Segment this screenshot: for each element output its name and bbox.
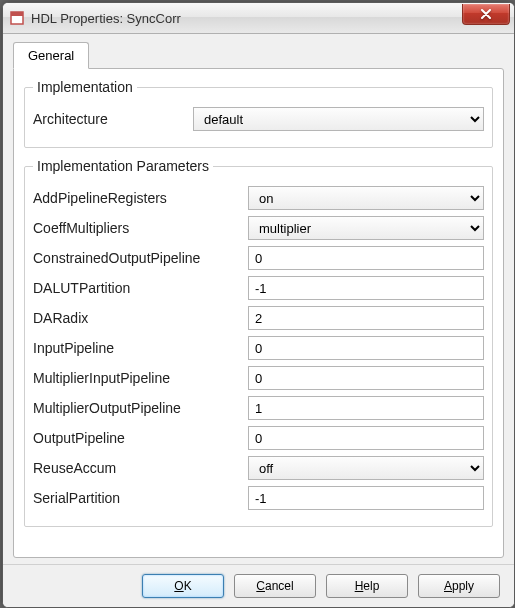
close-icon xyxy=(480,9,492,19)
input-pipeline-input[interactable] xyxy=(248,336,484,360)
svg-rect-1 xyxy=(11,12,23,16)
daradix-label: DARadix xyxy=(33,310,248,326)
output-pipeline-input[interactable] xyxy=(248,426,484,450)
tab-panel-general: Implementation Architecture default Impl… xyxy=(13,68,504,558)
close-button[interactable] xyxy=(462,4,510,25)
constrained-output-pipeline-label: ConstrainedOutputPipeline xyxy=(33,250,248,266)
app-icon xyxy=(9,10,25,26)
cancel-button[interactable]: Cancel xyxy=(234,574,316,598)
add-pipeline-registers-select[interactable]: on xyxy=(248,186,484,210)
daradix-input[interactable] xyxy=(248,306,484,330)
architecture-label: Architecture xyxy=(33,111,193,127)
group-implementation-legend: Implementation xyxy=(33,79,137,95)
architecture-select[interactable]: default xyxy=(193,107,484,131)
tab-general[interactable]: General xyxy=(13,42,89,69)
coeff-multipliers-label: CoeffMultipliers xyxy=(33,220,248,236)
reuse-accum-label: ReuseAccum xyxy=(33,460,248,476)
tab-strip: General xyxy=(13,42,504,69)
input-pipeline-label: InputPipeline xyxy=(33,340,248,356)
multiplier-input-pipeline-label: MultiplierInputPipeline xyxy=(33,370,248,386)
group-implementation-parameters: Implementation Parameters AddPipelineReg… xyxy=(24,158,493,527)
coeff-multipliers-select[interactable]: multiplier xyxy=(248,216,484,240)
constrained-output-pipeline-input[interactable] xyxy=(248,246,484,270)
client-area: General Implementation Architecture defa… xyxy=(3,34,514,564)
group-implementation: Implementation Architecture default xyxy=(24,79,493,148)
reuse-accum-select[interactable]: off xyxy=(248,456,484,480)
dalut-partition-label: DALUTPartition xyxy=(33,280,248,296)
ok-button[interactable]: OK xyxy=(142,574,224,598)
multiplier-input-pipeline-input[interactable] xyxy=(248,366,484,390)
dialog-footer: OK Cancel Help Apply xyxy=(3,564,514,607)
serial-partition-label: SerialPartition xyxy=(33,490,248,506)
multiplier-output-pipeline-input[interactable] xyxy=(248,396,484,420)
dialog-window: HDL Properties: SyncCorr General Impleme… xyxy=(2,2,515,608)
output-pipeline-label: OutputPipeline xyxy=(33,430,248,446)
window-title: HDL Properties: SyncCorr xyxy=(31,11,462,26)
add-pipeline-registers-label: AddPipelineRegisters xyxy=(33,190,248,206)
dalut-partition-input[interactable] xyxy=(248,276,484,300)
titlebar[interactable]: HDL Properties: SyncCorr xyxy=(3,3,514,34)
help-button[interactable]: Help xyxy=(326,574,408,598)
apply-button[interactable]: Apply xyxy=(418,574,500,598)
group-implementation-parameters-legend: Implementation Parameters xyxy=(33,158,213,174)
multiplier-output-pipeline-label: MultiplierOutputPipeline xyxy=(33,400,248,416)
serial-partition-input[interactable] xyxy=(248,486,484,510)
